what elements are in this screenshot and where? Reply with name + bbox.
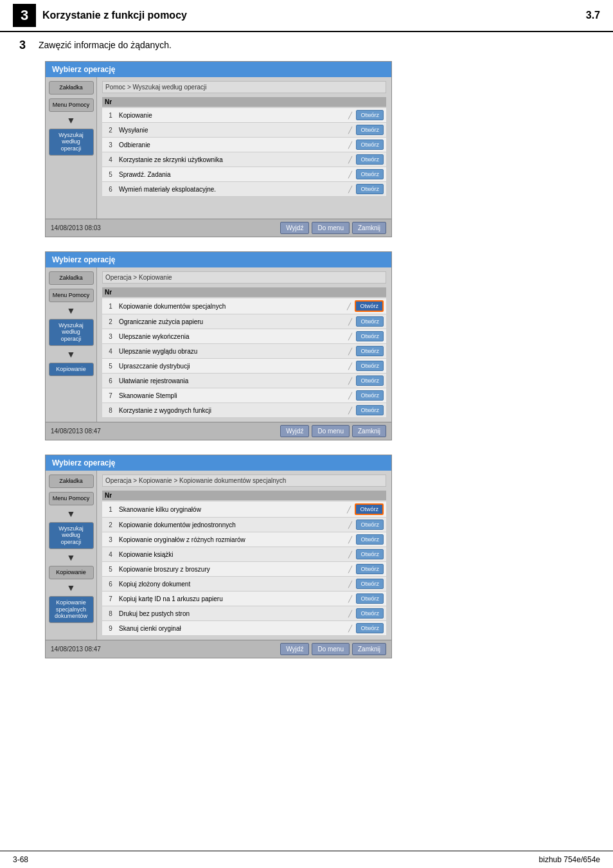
row-open-button[interactable]: Otwórz: [356, 579, 384, 589]
header-left: 3 Korzystanie z funkcji pomocy: [13, 4, 187, 27]
panel1-list-header: Nr: [102, 97, 386, 107]
panel2-sidebar-arrow1: ▼: [67, 306, 76, 315]
row-open-button[interactable]: Otwórz: [355, 300, 384, 312]
row-open-button[interactable]: Otwórz: [356, 361, 384, 371]
row-open-button[interactable]: Otwórz: [356, 549, 384, 559]
panel2-sidebar-wyszukaj[interactable]: Wyszukaj według operacji: [49, 319, 94, 346]
panel3-inner: Zakładka Menu Pomocy ▼ Wyszukaj według o…: [46, 471, 391, 640]
row-open-button[interactable]: Otwórz: [356, 169, 384, 179]
row-decorator: ╱: [348, 363, 352, 370]
list-item: 1Kopiowanie dokumentów specjalnych╱Otwór…: [102, 298, 386, 314]
row-label: Korzystanie z wygodnych funkcji: [119, 407, 346, 414]
row-open-button[interactable]: Otwórz: [356, 623, 384, 633]
row-open-button[interactable]: Otwórz: [356, 520, 384, 530]
row-number: 7: [105, 392, 116, 399]
row-number: 5: [105, 566, 116, 573]
panel1-wyjdz-button[interactable]: Wyjdź: [280, 222, 309, 234]
row-open-button[interactable]: Otwórz: [356, 390, 384, 401]
list-item: 2Ograniczanie zużycia papieru╱Otwórz: [102, 314, 386, 329]
row-open-button[interactable]: Otwórz: [356, 375, 384, 386]
panel1-title: Wybierz operację: [46, 62, 391, 77]
row-open-button[interactable]: Otwórz: [356, 608, 384, 619]
row-label: Wymień materiały eksploatacyjne.: [119, 186, 346, 193]
row-decorator: ╱: [348, 171, 352, 178]
panel2-title: Wybierz operację: [46, 252, 391, 267]
panel1-footer-time: 14/08/2013 08:03: [51, 224, 101, 231]
row-decorator: ╱: [348, 127, 352, 134]
row-open-button[interactable]: Otwórz: [356, 140, 384, 150]
row-open-button[interactable]: Otwórz: [356, 534, 384, 545]
panel1-sidebar-wyszukaj[interactable]: Wyszukaj według operacji: [49, 129, 94, 156]
panel3-content: Operacja > Kopiowanie > Kopiowanie dokum…: [97, 471, 391, 640]
panel2-rows: 1Kopiowanie dokumentów specjalnych╱Otwór…: [102, 298, 386, 418]
panel2-sidebar-zakładka[interactable]: Zakładka: [49, 271, 94, 285]
row-open-button[interactable]: Otwórz: [356, 184, 384, 194]
row-label: Kopiuj kartę ID na 1 arkuszu papieru: [119, 595, 346, 602]
panel3-sidebar-arrow1: ▼: [67, 509, 76, 518]
list-item: 8Drukuj bez pustych stron╱Otwórz: [102, 606, 386, 621]
step-number: 3: [19, 39, 32, 52]
list-item: 4Ulepszanie wyglądu obrazu╱Otwórz: [102, 344, 386, 359]
list-item: 3Odbieranie╱Otwórz: [102, 138, 386, 152]
panel3-sidebar-kopiowanie[interactable]: Kopiowanie: [49, 566, 94, 579]
list-item: 1Skanowanie kilku oryginałów╱Otwórz: [102, 502, 386, 518]
panel2-wyjdz-button[interactable]: Wyjdź: [280, 425, 309, 437]
list-item: 5Kopiowanie broszury z broszury╱Otwórz: [102, 562, 386, 577]
row-decorator: ╱: [348, 566, 352, 573]
row-open-button[interactable]: Otwórz: [355, 503, 384, 515]
row-number: 6: [105, 581, 116, 588]
row-open-button[interactable]: Otwórz: [356, 125, 384, 135]
list-item: 1Kopiowanie╱Otwórz: [102, 108, 386, 123]
list-item: 4Kopiowanie książki╱Otwórz: [102, 547, 386, 562]
panel1-domenu-button[interactable]: Do menu: [312, 222, 350, 234]
panel2-content: Operacja > Kopiowanie Nr 1Kopiowanie dok…: [97, 267, 391, 422]
list-item: 7Kopiuj kartę ID na 1 arkuszu papieru╱Ot…: [102, 592, 386, 606]
row-number: 6: [105, 186, 116, 193]
row-label: Kopiowanie oryginałów z różnych rozmiaró…: [119, 536, 346, 543]
row-open-button[interactable]: Otwórz: [356, 316, 384, 327]
panel3-sidebar-menu[interactable]: Menu Pomocy: [49, 492, 94, 505]
panel3-domenu-button[interactable]: Do menu: [312, 643, 350, 655]
panel3-footer-btns: Wyjdź Do menu Zamknij: [280, 643, 386, 655]
row-open-button[interactable]: Otwórz: [356, 405, 384, 415]
row-decorator: ╱: [348, 333, 352, 340]
row-label: Skanowanie kilku oryginałów: [119, 506, 344, 513]
row-label: Kopiowanie: [119, 112, 346, 119]
panel3-zamknij-button[interactable]: Zamknij: [352, 643, 386, 655]
row-decorator: ╱: [348, 156, 352, 163]
row-open-button[interactable]: Otwórz: [356, 593, 384, 604]
row-open-button[interactable]: Otwórz: [356, 110, 384, 120]
panel1-footer-btns: Wyjdź Do menu Zamknij: [280, 222, 386, 234]
row-label: Kopiowanie książki: [119, 551, 346, 558]
panel2-sidebar-arrow2: ▼: [67, 350, 76, 359]
panel1-zamknij-button[interactable]: Zamknij: [352, 222, 386, 234]
panel2-sidebar-menu[interactable]: Menu Pomocy: [49, 289, 94, 302]
row-decorator: ╱: [348, 392, 352, 399]
panel2-sidebar-kopiowanie[interactable]: Kopiowanie: [49, 363, 94, 376]
panel2-zamknij-button[interactable]: Zamknij: [352, 425, 386, 437]
list-item: 6Wymień materiały eksploatacyjne.╱Otwórz: [102, 182, 386, 197]
row-open-button[interactable]: Otwórz: [356, 331, 384, 341]
panel3-sidebar-wyszukaj[interactable]: Wyszukaj według operacji: [49, 522, 94, 549]
panel3-sidebar-specjalne[interactable]: Kopiowanie specjalnych dokumentów: [49, 596, 94, 623]
panel2-footer-time: 14/08/2013 08:47: [51, 428, 101, 435]
row-decorator: ╱: [348, 595, 352, 602]
panel2-domenu-button[interactable]: Do menu: [312, 425, 350, 437]
panel1-sidebar-menu[interactable]: Menu Pomocy: [49, 98, 94, 112]
row-label: Ułatwianie rejestrowania: [119, 377, 346, 384]
row-decorator: ╱: [348, 318, 352, 325]
row-open-button[interactable]: Otwórz: [356, 564, 384, 574]
panel1-breadcrumb: Pomoc > Wyszukaj według operacji: [102, 81, 386, 93]
row-decorator: ╱: [348, 112, 352, 119]
panel1-rows: 1Kopiowanie╱Otwórz2Wysyłanie╱Otwórz3Odbi…: [102, 108, 386, 197]
panel1-content: Pomoc > Wyszukaj według operacji Nr 1Kop…: [97, 77, 391, 219]
panel3-wyjdz-button[interactable]: Wyjdź: [280, 643, 309, 655]
panel3-rows: 1Skanowanie kilku oryginałów╱Otwórz2Kopi…: [102, 502, 386, 636]
panel3-sidebar-zakładka[interactable]: Zakładka: [49, 475, 94, 488]
row-number: 1: [105, 303, 116, 310]
row-open-button[interactable]: Otwórz: [356, 154, 384, 165]
row-open-button[interactable]: Otwórz: [356, 346, 384, 356]
row-label: Sprawdź. Zadania: [119, 171, 346, 178]
panel1-sidebar-zakładka[interactable]: Zakładka: [49, 81, 94, 95]
panel2-footer-btns: Wyjdź Do menu Zamknij: [280, 425, 386, 437]
